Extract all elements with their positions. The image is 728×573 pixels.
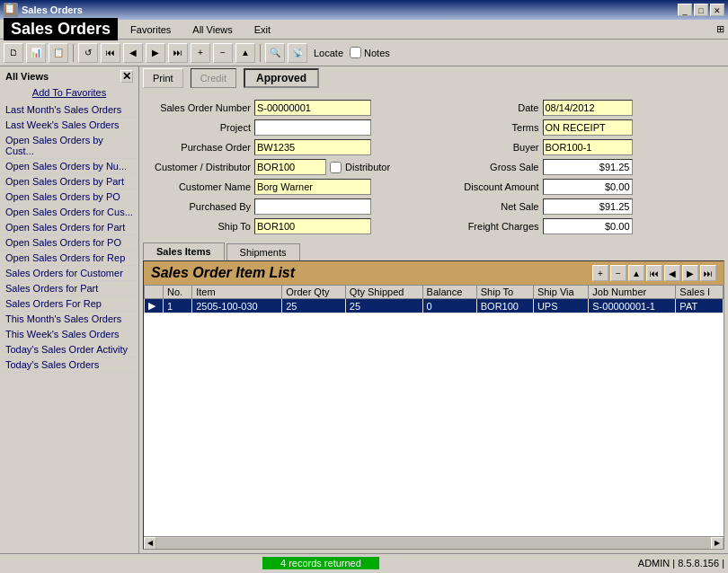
label-customer-name: Customer Name <box>143 181 251 192</box>
sidebar-close-button[interactable]: ✕ <box>120 70 133 83</box>
item-prev-btn[interactable]: ◀ <box>664 265 680 281</box>
sidebar-item-open-po[interactable]: Open Sales Orders by PO <box>2 190 137 205</box>
notes-checkbox[interactable] <box>350 47 361 58</box>
input-date[interactable] <box>543 100 633 116</box>
hscroll-right-btn[interactable]: ▶ <box>711 537 724 550</box>
input-net-sale[interactable] <box>543 198 633 215</box>
item-list-header: Sales Order Item List + − ▲ ⏮ ◀ ▶ ⏭ <box>144 261 724 285</box>
sidebar-item-this-month[interactable]: This Month's Sales Orders <box>2 312 137 327</box>
toolbar-up-btn[interactable]: ▲ <box>235 43 255 63</box>
input-so-number[interactable] <box>254 100 371 116</box>
sidebar-item-open-for-rep[interactable]: Open Sales Orders for Rep <box>2 251 137 266</box>
toolbar-prev-btn[interactable]: ◀ <box>123 43 143 63</box>
sidebar-item-open-for-po[interactable]: Open Sales Orders for PO <box>2 235 137 251</box>
tab-shipments[interactable]: Shipments <box>226 243 300 260</box>
toolbar-next-btn[interactable]: ▶ <box>146 43 165 63</box>
input-customer-name[interactable] <box>254 179 371 195</box>
input-po[interactable] <box>254 139 371 155</box>
tab-sales-items[interactable]: Sales Items <box>143 242 225 260</box>
sidebar-item-today-orders[interactable]: Today's Sales Orders <box>2 357 137 373</box>
col-header-sales-i[interactable]: Sales I <box>676 286 724 299</box>
col-header-ship-to[interactable]: Ship To <box>476 286 533 299</box>
toolbar-chart-btn[interactable]: 📊 <box>26 43 46 63</box>
form-row-discount: Discount Amount <box>431 178 711 196</box>
row-qty-shipped: 25 <box>345 299 422 313</box>
form-status-row: Print Credit Approved <box>139 66 728 90</box>
input-discount[interactable] <box>543 179 633 195</box>
menu-right-icon[interactable]: ⊞ <box>716 23 724 35</box>
input-project[interactable] <box>254 119 371 136</box>
label-so-number: Sales Order Number <box>143 102 251 113</box>
input-buyer[interactable] <box>543 139 633 155</box>
sidebar-item-for-customer[interactable]: Sales Orders for Customer <box>2 266 137 281</box>
menu-all-views[interactable]: All Views <box>189 22 235 37</box>
input-customer[interactable] <box>254 159 326 175</box>
toolbar-new-btn[interactable]: 🗋 <box>4 43 23 63</box>
col-header-order-qty[interactable]: Order Qty <box>282 286 346 299</box>
toolbar-last-btn[interactable]: ⏭ <box>168 43 188 63</box>
sidebar-item-for-part[interactable]: Sales Orders for Part <box>2 281 137 296</box>
sidebar-item-last-month[interactable]: Last Month's Sales Orders <box>2 102 137 118</box>
records-returned: 4 records returned <box>262 557 379 569</box>
toolbar-first-btn[interactable]: ⏮ <box>101 43 120 63</box>
sidebar-item-open-for-cus[interactable]: Open Sales Orders for Cus... <box>2 205 137 220</box>
item-up-btn[interactable]: ▲ <box>628 265 644 281</box>
input-freight[interactable] <box>543 218 633 234</box>
sidebar-item-open-part[interactable]: Open Sales Orders by Part <box>2 174 137 190</box>
sidebar-add-favorites[interactable]: Add To Favorites <box>2 84 137 101</box>
item-table: No. Item Order Qty Qty Shipped Balance S… <box>144 285 724 313</box>
sidebar-item-last-week[interactable]: Last Week's Sales Orders <box>2 118 137 133</box>
input-terms[interactable] <box>543 119 633 136</box>
app-icon: 📋 <box>4 3 18 17</box>
print-button[interactable]: Print <box>143 68 183 88</box>
col-header-job-number[interactable]: Job Number <box>589 286 676 299</box>
sidebar-item-open-num[interactable]: Open Sales Orders by Nu... <box>2 159 137 174</box>
form-row-customer-name: Customer Name <box>143 178 422 196</box>
toolbar-link-btn[interactable]: 📡 <box>288 43 307 63</box>
col-header-qty-shipped[interactable]: Qty Shipped <box>345 286 422 299</box>
item-first-btn[interactable]: ⏮ <box>646 265 662 281</box>
sidebar-item-open-for-part[interactable]: Open Sales Orders for Part <box>2 220 137 235</box>
toolbar-add-btn[interactable]: + <box>191 43 210 63</box>
close-button[interactable]: ✕ <box>710 4 724 16</box>
sidebar-item-open-cust[interactable]: Open Sales Orders by Cust... <box>2 133 137 159</box>
toolbar-sep-1 <box>73 44 74 62</box>
toolbar-delete-btn[interactable]: − <box>213 43 233 63</box>
input-ship-to[interactable] <box>254 218 371 234</box>
table-row[interactable]: ▶ 1 2505-100-030 25 25 0 BOR100 UPS S-00… <box>145 299 724 313</box>
input-purchased-by[interactable] <box>254 198 371 215</box>
item-add-btn[interactable]: + <box>592 265 608 281</box>
menu-exit[interactable]: Exit <box>251 22 274 37</box>
col-header-no[interactable]: No. <box>163 286 191 299</box>
label-project: Project <box>143 122 251 133</box>
maximize-button[interactable]: □ <box>694 4 708 16</box>
item-last-btn[interactable]: ⏭ <box>700 265 716 281</box>
input-gross-sale[interactable] <box>543 159 633 175</box>
item-list-title: Sales Order Item List <box>151 265 295 281</box>
sidebar-item-today-activity[interactable]: Today's Sales Order Activity <box>2 342 137 357</box>
col-header-balance[interactable]: Balance <box>422 286 476 299</box>
minimize-button[interactable]: _ <box>678 4 692 16</box>
item-delete-btn[interactable]: − <box>610 265 626 281</box>
col-header-ship-via[interactable]: Ship Via <box>533 286 588 299</box>
toolbar-locate-label[interactable]: Locate <box>314 48 343 58</box>
notes-label[interactable]: Notes <box>364 48 390 58</box>
main-content: All Views ✕ Add To Favorites Last Month'… <box>0 66 728 553</box>
item-next-btn[interactable]: ▶ <box>682 265 698 281</box>
toolbar-refresh-btn[interactable]: ↺ <box>78 43 98 63</box>
form-row-freight: Freight Charges <box>431 217 711 235</box>
row-sales-i: PAT <box>676 299 724 313</box>
row-item: 2505-100-030 <box>192 299 282 313</box>
menu-favorites[interactable]: Favorites <box>127 22 174 37</box>
form-left: Sales Order Number Project Purchase Orde… <box>143 99 422 235</box>
distributor-checkbox[interactable] <box>330 162 342 173</box>
sidebar-item-for-rep[interactable]: Sales Orders For Rep <box>2 296 137 312</box>
sidebar-item-this-week[interactable]: This Week's Sales Orders <box>2 327 137 342</box>
hscroll-left-btn[interactable]: ◀ <box>144 537 156 550</box>
toolbar-search-btn[interactable]: 🔍 <box>265 43 285 63</box>
hscroll-track[interactable] <box>156 538 711 549</box>
credit-button[interactable]: Credit <box>191 68 236 88</box>
form-row-so-number: Sales Order Number <box>143 99 422 117</box>
col-header-item[interactable]: Item <box>192 286 282 299</box>
toolbar-copy-btn[interactable]: 📋 <box>49 43 68 63</box>
